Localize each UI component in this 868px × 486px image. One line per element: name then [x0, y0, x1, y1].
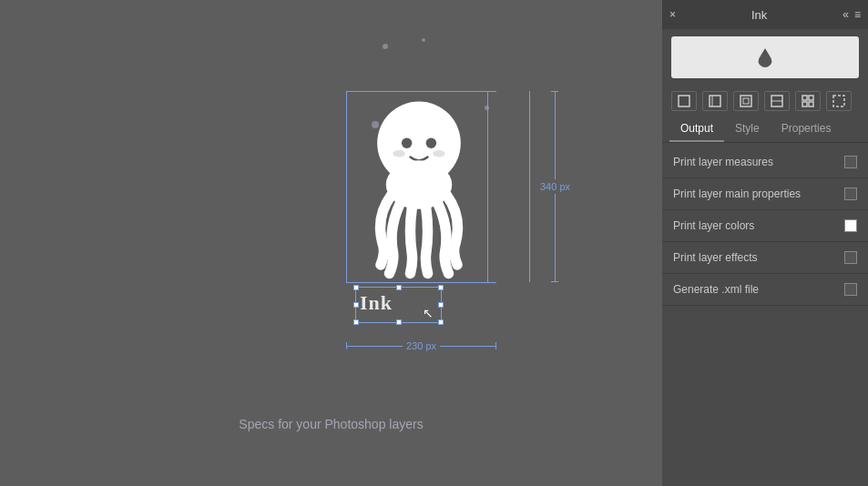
handle-tl	[353, 285, 359, 290]
option-row-colors: Print layer colors	[662, 210, 868, 242]
handle-tr	[438, 285, 444, 290]
menu-icon[interactable]: ≡	[854, 8, 861, 21]
tool-icon-6[interactable]	[826, 91, 852, 111]
svg-rect-14	[809, 96, 813, 100]
panel-title: Ink	[751, 8, 767, 22]
tab-output[interactable]: Output	[669, 116, 724, 142]
svg-rect-17	[833, 96, 844, 106]
color-swatch[interactable]	[671, 36, 859, 78]
selection-box: Ink ↖	[355, 287, 442, 323]
close-icon[interactable]: ×	[669, 8, 676, 21]
svg-rect-13	[802, 96, 807, 100]
tool-icon-5[interactable]	[795, 91, 821, 111]
option-checkbox-colors[interactable]	[844, 219, 857, 232]
svg-rect-16	[809, 102, 813, 106]
handle-bm	[396, 319, 402, 325]
toolbar-icons-row	[662, 86, 868, 116]
bbox-right-line	[529, 91, 530, 282]
svg-point-1	[402, 138, 412, 148]
color-swatch-area	[662, 29, 868, 86]
option-label-measures: Print layer measures	[673, 156, 773, 168]
svg-point-2	[426, 138, 436, 148]
option-label-xml: Generate .xml file	[673, 283, 759, 296]
option-label-effects: Print layer effects	[673, 251, 757, 264]
handle-tm	[396, 285, 402, 290]
tab-properties[interactable]: Properties	[771, 116, 842, 142]
svg-rect-7	[710, 96, 720, 106]
handle-mr	[438, 302, 444, 308]
right-panel: × Ink « ≡	[662, 0, 868, 486]
dim-horizontal-label: 230 px	[403, 339, 440, 353]
svg-rect-9	[740, 96, 751, 106]
tool-icon-4[interactable]	[764, 91, 790, 111]
svg-rect-6	[679, 96, 689, 106]
artwork-container: 340 px 230 px	[346, 91, 528, 328]
drop-icon	[756, 46, 774, 68]
octopus-illustration	[346, 91, 492, 291]
tabs-row: Output Style Properties	[662, 116, 868, 143]
tagline: Specs for your Photoshop layers	[239, 417, 423, 431]
panel-header-icons: « ≡	[842, 8, 861, 21]
canvas-area: 340 px 230 px	[0, 0, 662, 486]
option-checkbox-xml[interactable]	[844, 283, 857, 296]
collapse-icon[interactable]: «	[842, 8, 849, 21]
option-row-xml: Generate .xml file	[662, 274, 868, 306]
cursor-icon: ↖	[423, 306, 434, 320]
dimension-vertical: 340 px	[536, 91, 574, 282]
tool-icon-3[interactable]	[733, 91, 759, 111]
dimension-horizontal: 230 px	[346, 339, 496, 353]
option-row-measures: Print layer measures	[662, 147, 868, 178]
options-list: Print layer measures Print layer main pr…	[662, 143, 868, 486]
ink-text-selected: Ink ↖	[355, 287, 442, 323]
option-label-colors: Print layer colors	[673, 219, 754, 232]
svg-point-4	[433, 150, 444, 157]
handle-bl	[353, 319, 359, 325]
option-checkbox-measures[interactable]	[844, 156, 857, 168]
option-label-main-properties: Print layer main properties	[673, 187, 801, 200]
svg-rect-10	[743, 98, 749, 104]
option-checkbox-main-properties[interactable]	[844, 187, 857, 200]
dim-vertical-label: 340 px	[536, 179, 574, 194]
option-row-effects: Print layer effects	[662, 242, 868, 274]
svg-point-3	[393, 150, 404, 157]
option-checkbox-effects[interactable]	[844, 251, 857, 264]
tool-icon-1[interactable]	[671, 91, 697, 111]
ink-text: Ink	[360, 291, 393, 315]
handle-ml	[353, 302, 359, 308]
panel-header: × Ink « ≡	[662, 0, 868, 29]
dot-1	[383, 44, 388, 49]
dot-2	[422, 38, 425, 42]
tool-icon-2[interactable]	[702, 91, 728, 111]
tab-style[interactable]: Style	[724, 116, 771, 142]
option-row-main-properties: Print layer main properties	[662, 178, 868, 210]
handle-br	[438, 319, 444, 325]
svg-rect-15	[802, 102, 807, 106]
